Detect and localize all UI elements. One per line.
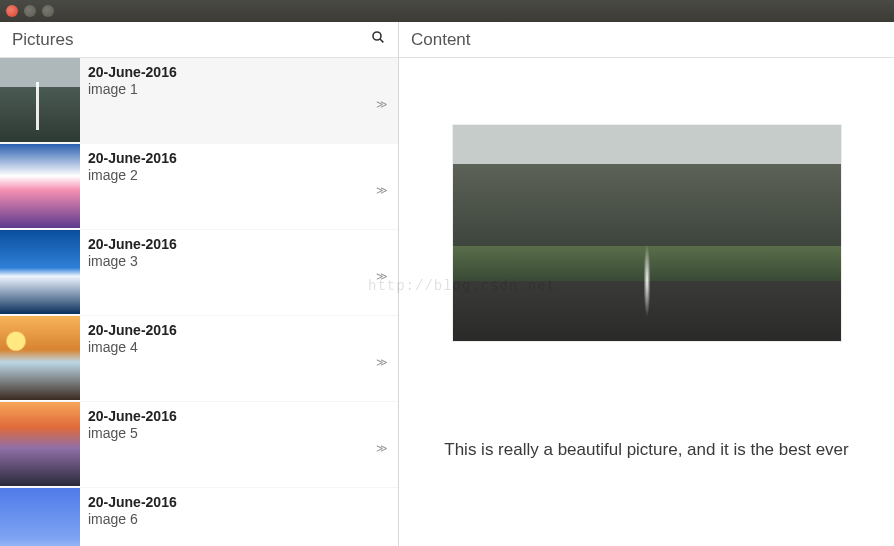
pictures-header: Pictures (0, 22, 398, 58)
list-item[interactable]: 20-June-2016 image 1 ≫ (0, 58, 398, 144)
list-item-text: 20-June-2016 image 3 (80, 230, 398, 315)
content-pane: Content This is really a beautiful pictu… (399, 22, 894, 546)
pictures-list[interactable]: 20-June-2016 image 1 ≫ 20-June-2016 imag… (0, 58, 398, 546)
list-item-date: 20-June-2016 (88, 64, 390, 80)
pictures-pane: Pictures 20-June-2016 image 1 ≫ (0, 22, 399, 546)
list-item-date: 20-June-2016 (88, 408, 390, 424)
list-item-text: 20-June-2016 image 6 (80, 488, 398, 546)
window-minimize-button[interactable] (24, 5, 36, 17)
window-close-button[interactable] (6, 5, 18, 17)
window-maximize-button[interactable] (42, 5, 54, 17)
list-item-name: image 2 (88, 167, 390, 183)
list-item-date: 20-June-2016 (88, 236, 390, 252)
app-body: Pictures 20-June-2016 image 1 ≫ (0, 22, 894, 546)
svg-line-1 (380, 39, 383, 42)
list-item-name: image 4 (88, 339, 390, 355)
list-item-text: 20-June-2016 image 1 (80, 58, 398, 143)
chevron-right-icon: ≫ (376, 356, 388, 369)
thumbnail-image (0, 488, 80, 546)
list-item-name: image 1 (88, 81, 390, 97)
list-item-name: image 6 (88, 511, 390, 527)
content-title: Content (411, 30, 471, 50)
list-item[interactable]: 20-June-2016 image 6 (0, 488, 398, 546)
list-item[interactable]: 20-June-2016 image 5 ≫ (0, 402, 398, 488)
list-item[interactable]: 20-June-2016 image 2 ≫ (0, 144, 398, 230)
chevron-right-icon: ≫ (376, 270, 388, 283)
thumbnail-image (0, 316, 80, 400)
chevron-right-icon: ≫ (376, 184, 388, 197)
window-titlebar (0, 0, 894, 22)
list-item[interactable]: 20-June-2016 image 3 ≫ (0, 230, 398, 316)
list-item-text: 20-June-2016 image 5 (80, 402, 398, 487)
list-item-date: 20-June-2016 (88, 150, 390, 166)
thumbnail-image (0, 144, 80, 228)
search-icon[interactable] (370, 29, 386, 50)
pictures-title: Pictures (12, 30, 73, 50)
list-item-text: 20-June-2016 image 2 (80, 144, 398, 229)
list-item-date: 20-June-2016 (88, 322, 390, 338)
thumbnail-image (0, 230, 80, 314)
list-item[interactable]: 20-June-2016 image 4 ≫ (0, 316, 398, 402)
content-body: This is really a beautiful picture, and … (399, 58, 894, 546)
chevron-right-icon: ≫ (376, 442, 388, 455)
detail-image (452, 124, 842, 342)
content-header: Content (399, 22, 894, 58)
list-item-text: 20-June-2016 image 4 (80, 316, 398, 401)
chevron-right-icon: ≫ (376, 98, 388, 111)
list-item-name: image 3 (88, 253, 390, 269)
thumbnail-image (0, 58, 80, 142)
image-caption: This is really a beautiful picture, and … (444, 440, 848, 460)
svg-point-0 (373, 32, 381, 40)
list-item-date: 20-June-2016 (88, 494, 390, 510)
thumbnail-image (0, 402, 80, 486)
list-item-name: image 5 (88, 425, 390, 441)
